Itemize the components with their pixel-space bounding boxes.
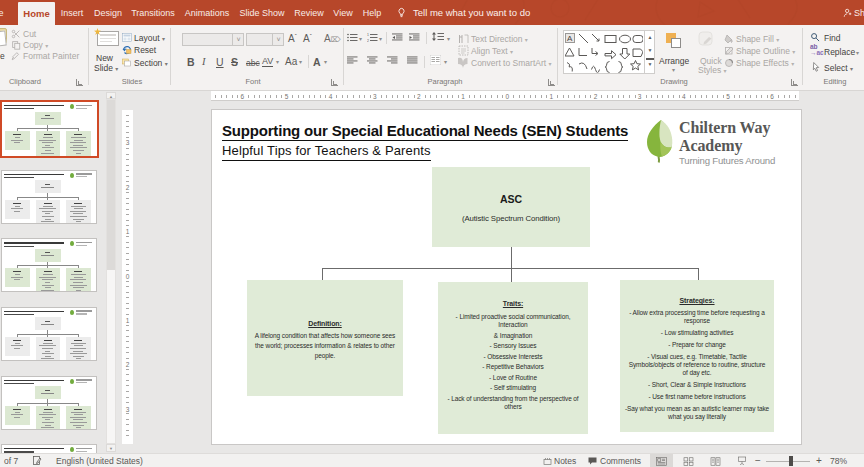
svg-text:A: A [567,34,573,43]
svg-text:2: 2 [367,39,369,43]
svg-text:1: 1 [367,33,369,37]
